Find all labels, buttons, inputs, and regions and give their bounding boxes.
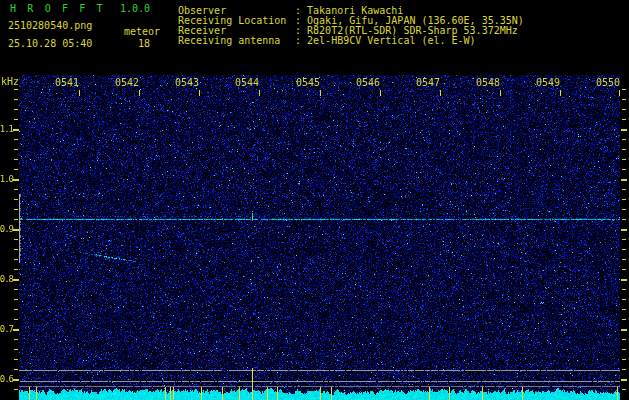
freq-minor-tick-left (14, 159, 18, 160)
freq-minor-tick-right (622, 139, 626, 140)
freq-minor-tick-left (14, 259, 18, 260)
freq-minor-tick-left (14, 139, 18, 140)
freq-minor-tick-left (14, 199, 18, 200)
freq-minor-tick-left (14, 289, 18, 290)
time-tick (440, 90, 441, 96)
freq-minor-tick-right (622, 369, 626, 370)
freq-minor-tick-left (14, 309, 18, 310)
freq-minor-tick-right (622, 159, 626, 160)
freq-tick-label: 0.8 (0, 274, 13, 284)
freq-minor-tick-right (622, 349, 626, 350)
freq-minor-tick-left (14, 219, 18, 220)
freq-major-tick-left (13, 229, 19, 231)
freq-axis-unit-label: kHz (1, 77, 19, 87)
freq-minor-tick-left (14, 369, 18, 370)
freq-major-tick-right (621, 329, 627, 331)
freq-minor-tick-right (622, 109, 626, 110)
freq-tick-label: 1.1 (0, 124, 13, 134)
freq-minor-tick-right (622, 319, 626, 320)
time-tick-label: 0544 (235, 78, 259, 88)
freq-minor-tick-right (622, 389, 626, 390)
freq-minor-tick-left (14, 339, 18, 340)
freq-minor-tick-right (622, 359, 626, 360)
freq-minor-tick-left (14, 299, 18, 300)
freq-major-tick-left (13, 379, 19, 381)
freq-minor-tick-left (14, 319, 18, 320)
freq-major-tick-right (621, 279, 627, 281)
freq-minor-tick-right (622, 99, 626, 100)
time-tick-label: 0546 (356, 78, 380, 88)
freq-minor-tick-left (14, 359, 18, 360)
freq-minor-tick-right (622, 269, 626, 270)
freq-minor-tick-right (622, 299, 626, 300)
time-tick-label: 0543 (175, 78, 199, 88)
freq-tick-label: 0.6 (0, 374, 13, 384)
time-tick (199, 90, 200, 96)
freq-minor-tick-right (622, 219, 626, 220)
freq-major-tick-left (13, 179, 19, 181)
freq-minor-tick-left (14, 99, 18, 100)
freq-minor-tick-right (622, 339, 626, 340)
time-tick-label: 0549 (536, 78, 560, 88)
freq-minor-tick-left (14, 349, 18, 350)
time-tick (259, 90, 260, 96)
freq-minor-tick-right (622, 199, 626, 200)
freq-minor-tick-left (14, 119, 18, 120)
time-tick (380, 90, 381, 96)
freq-major-tick-right (621, 229, 627, 231)
freq-minor-tick-left (14, 169, 18, 170)
time-tick (139, 90, 140, 96)
time-tick-label: 0550 (596, 78, 620, 88)
freq-minor-tick-right (622, 169, 626, 170)
freq-major-tick-left (13, 329, 19, 331)
freq-minor-tick-right (622, 119, 626, 120)
time-tick (500, 90, 501, 96)
freq-minor-tick-right (622, 209, 626, 210)
freq-tick-label: 0.9 (0, 224, 13, 234)
freq-minor-tick-right (622, 89, 626, 90)
axes-overlay: kHz 054105420543054405450546054705480549… (0, 0, 629, 400)
freq-major-tick-right (621, 179, 627, 181)
freq-minor-tick-left (14, 389, 18, 390)
time-tick-label: 0541 (55, 78, 79, 88)
freq-minor-tick-right (622, 259, 626, 260)
hrofft-screen: HROFFT 1.0.0 2510280540.png meteor 25.10… (0, 0, 629, 400)
time-tick-label: 0548 (476, 78, 500, 88)
freq-minor-tick-left (14, 109, 18, 110)
time-tick-label: 0547 (416, 78, 440, 88)
freq-minor-tick-left (14, 189, 18, 190)
freq-minor-tick-right (622, 309, 626, 310)
freq-minor-tick-left (14, 239, 18, 240)
freq-minor-tick-left (14, 149, 18, 150)
freq-minor-tick-left (14, 209, 18, 210)
freq-minor-tick-right (622, 189, 626, 190)
freq-major-tick-right (621, 129, 627, 131)
freq-minor-tick-right (622, 289, 626, 290)
time-tick (320, 90, 321, 96)
time-tick (619, 90, 620, 96)
time-tick-label: 0542 (115, 78, 139, 88)
freq-major-tick-right (621, 379, 627, 381)
freq-tick-label: 0.7 (0, 324, 13, 334)
freq-minor-tick-left (14, 249, 18, 250)
freq-tick-label: 1.0 (0, 174, 13, 184)
time-tick-label: 0545 (296, 78, 320, 88)
freq-minor-tick-right (622, 249, 626, 250)
time-tick (560, 90, 561, 96)
freq-major-tick-left (13, 129, 19, 131)
time-tick (79, 90, 80, 96)
freq-major-tick-left (13, 279, 19, 281)
freq-minor-tick-right (622, 149, 626, 150)
freq-minor-tick-left (14, 89, 18, 90)
freq-minor-tick-left (14, 269, 18, 270)
freq-minor-tick-right (622, 239, 626, 240)
